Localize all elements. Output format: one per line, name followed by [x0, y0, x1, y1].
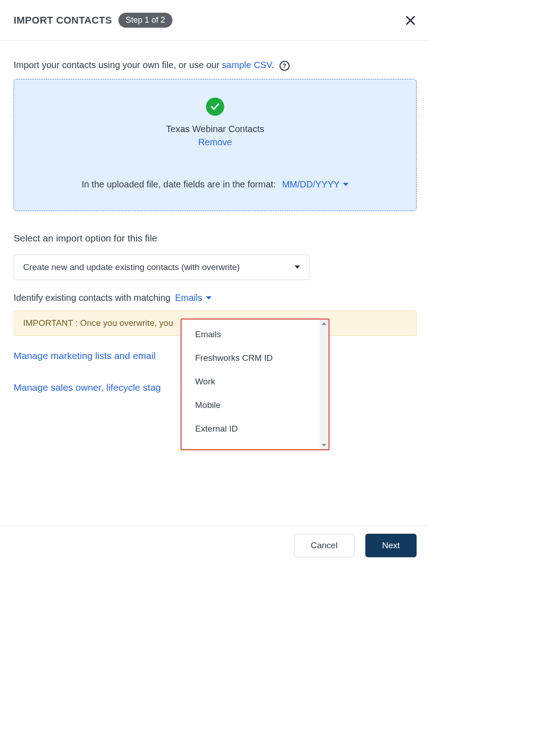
import-option-value: Create new and update existing contacts … [23, 262, 240, 272]
chevron-down-icon [295, 265, 300, 269]
next-button[interactable]: Next [365, 534, 417, 557]
scrollbar[interactable] [319, 319, 329, 449]
match-field-row: Identify existing contacts with matching… [14, 293, 417, 303]
date-format-label: In the uploaded file, date fields are in… [82, 179, 276, 190]
success-check-icon [206, 98, 224, 116]
remove-file-link[interactable]: Remove [23, 137, 407, 147]
help-icon[interactable]: ? [280, 61, 290, 71]
intro-period: . [271, 60, 274, 70]
sample-csv-link[interactable]: sample CSV [222, 60, 271, 70]
scroll-down-icon [322, 444, 326, 447]
dropdown-option-external-id[interactable]: External ID [195, 424, 319, 434]
match-field-dropdown-menu: Emails Freshworks CRM ID Work Mobile Ext… [181, 319, 329, 450]
close-icon[interactable] [404, 14, 417, 27]
dropdown-option-mobile[interactable]: Mobile [195, 400, 319, 410]
modal-title: IMPORT CONTACTS [14, 15, 112, 26]
match-field-dropdown[interactable]: Emails [175, 293, 211, 303]
date-format-dropdown[interactable]: MM/DD/YYYY [282, 179, 349, 190]
intro-prefix: Import your contacts using your own file… [14, 60, 222, 70]
match-field-value: Emails [175, 293, 202, 303]
dropdown-option-crm-id[interactable]: Freshworks CRM ID [195, 353, 319, 363]
chevron-down-icon [343, 183, 349, 186]
date-format-row: In the uploaded file, date fields are in… [23, 179, 407, 190]
modal-header: IMPORT CONTACTS Step 1 of 2 [0, 0, 430, 41]
upload-dropzone: Texas Webinar Contacts Remove In the upl… [14, 79, 417, 211]
import-contacts-modal: IMPORT CONTACTS Step 1 of 2 Import your … [0, 0, 430, 566]
date-format-value: MM/DD/YYYY [282, 179, 340, 190]
dropdown-list: Emails Freshworks CRM ID Work Mobile Ext… [182, 319, 319, 449]
chevron-down-icon [206, 296, 211, 300]
dropdown-option-work[interactable]: Work [195, 377, 319, 387]
import-option-label: Select an import option for this file [14, 233, 417, 244]
step-indicator: Step 1 of 2 [118, 13, 172, 28]
modal-footer: Cancel Next [0, 525, 430, 566]
cancel-button[interactable]: Cancel [294, 534, 354, 557]
intro-text: Import your contacts using your own file… [14, 60, 417, 71]
header-left: IMPORT CONTACTS Step 1 of 2 [14, 13, 172, 28]
import-option-select[interactable]: Create new and update existing contacts … [14, 255, 309, 280]
scroll-up-icon [322, 322, 326, 325]
dropdown-option-emails[interactable]: Emails [195, 329, 319, 339]
uploaded-filename: Texas Webinar Contacts [23, 124, 407, 134]
match-label: Identify existing contacts with matching [14, 293, 171, 303]
